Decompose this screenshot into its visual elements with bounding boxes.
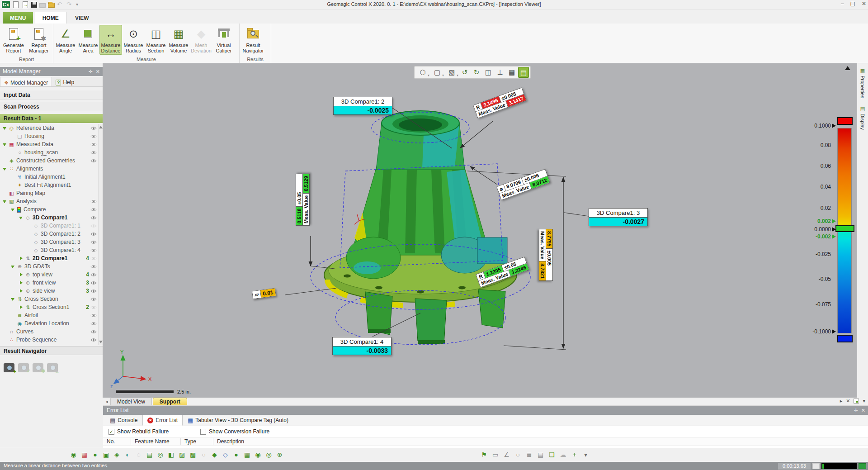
- tree-item[interactable]: ⊕ top view 4: [0, 271, 98, 279]
- tree-item[interactable]: ◇ 3D Compare1: 4: [0, 246, 98, 254]
- result-navigator-header[interactable]: Result Navigator: [0, 346, 103, 355]
- tree-expander-icon[interactable]: [3, 142, 7, 147]
- compare-tag-3[interactable]: 3D Compare1: 3 -0.0027: [589, 208, 648, 226]
- column-no[interactable]: No.: [103, 438, 131, 445]
- properties-tab[interactable]: ▦ Properties: [857, 68, 868, 100]
- scale-marker-icon[interactable]: [831, 227, 836, 232]
- tree-item[interactable]: ◎ Reference Data: [0, 124, 98, 132]
- vt-4[interactable]: ▣: [101, 450, 111, 460]
- height-tag-right[interactable]: 8.7795 ±0.005 Meas. Value 8.7821: [539, 229, 553, 281]
- column-type[interactable]: Type: [181, 438, 213, 445]
- tab-view[interactable]: VIEW: [68, 12, 96, 24]
- section-input-data[interactable]: Input Data: [0, 90, 103, 100]
- tree-item[interactable]: ∷ Alignments: [0, 165, 98, 173]
- vt-3[interactable]: ●: [90, 450, 100, 460]
- tree-expander-icon[interactable]: [11, 321, 15, 326]
- vt-14[interactable]: ◆: [210, 450, 219, 460]
- vt-10[interactable]: ◧: [166, 450, 176, 460]
- eye-icon[interactable]: [89, 304, 98, 311]
- vr-2[interactable]: ▭: [491, 450, 500, 460]
- maximize-button[interactable]: ▢: [850, 0, 855, 7]
- eye-icon[interactable]: [89, 230, 98, 237]
- tree-item[interactable]: ⊕ 3D GD&Ts: [0, 262, 98, 271]
- tree-expander-icon[interactable]: [11, 183, 15, 187]
- show-rebuild-failure-checkbox[interactable]: Show Rebuild Failure: [108, 428, 169, 435]
- tree-expander-icon[interactable]: [11, 207, 15, 212]
- tree-expander-icon[interactable]: [3, 337, 7, 342]
- tab-scroll-right-icon[interactable]: ▸: [840, 398, 843, 404]
- eye-icon[interactable]: [89, 295, 98, 303]
- minimize-button[interactable]: –: [841, 0, 844, 7]
- eye-icon[interactable]: [89, 222, 98, 229]
- tree-expander-icon[interactable]: [3, 158, 7, 163]
- vt-2[interactable]: ▦: [80, 450, 89, 460]
- align-view-icon[interactable]: [495, 67, 505, 78]
- tree-item[interactable]: ▦ Measured Data: [0, 140, 98, 148]
- vr-1[interactable]: ⚑: [479, 450, 489, 460]
- scroll-down-icon[interactable]: [99, 341, 103, 344]
- checkbox-icon[interactable]: [200, 429, 206, 435]
- tree-item[interactable]: ◇ 3D Compare1: [0, 214, 98, 222]
- vt-15[interactable]: ◇: [221, 450, 230, 460]
- vr-9[interactable]: +: [570, 450, 579, 460]
- rotate-ccw-icon[interactable]: [459, 67, 470, 78]
- report-manager-button[interactable]: ✱ Report Manager: [26, 25, 52, 55]
- tree-expander-icon[interactable]: [11, 264, 15, 269]
- generate-report-button[interactable]: + Generate Report: [1, 25, 26, 55]
- vt-11[interactable]: ▨: [177, 450, 187, 460]
- vr-4[interactable]: ○: [513, 450, 523, 460]
- vr-10[interactable]: ▾: [581, 450, 590, 460]
- tree-item[interactable]: ▤ Custom Views: [0, 344, 98, 345]
- tree-item[interactable]: ≋ Airfoil: [0, 311, 98, 319]
- tree-item[interactable]: ○ housing_scan: [0, 148, 98, 157]
- tree-item[interactable]: ◇ 3D Compare1: 3: [0, 238, 98, 246]
- vr-8[interactable]: ☁: [558, 450, 568, 460]
- tree-item[interactable]: ⊕ side view 3: [0, 287, 98, 295]
- eye-icon[interactable]: [89, 238, 98, 246]
- tree-scrollbar[interactable]: [98, 124, 103, 345]
- tab-help[interactable]: Help: [52, 77, 78, 86]
- eye-icon[interactable]: [89, 247, 98, 254]
- tab-scroll-left-icon[interactable]: ◂: [103, 398, 110, 405]
- tree-item[interactable]: ▢ Housing: [0, 132, 98, 140]
- tab-menu[interactable]: MENU: [3, 12, 33, 24]
- height-tag-left[interactable]: 0.5118 ±0.05 Meas. Value 0.5129: [296, 174, 310, 226]
- eye-icon[interactable]: [89, 149, 98, 156]
- tree-item[interactable]: ✦ Best Fit Alignment1: [0, 181, 98, 189]
- compare-tag-4[interactable]: 3D Compare1: 4 -0.0033: [332, 337, 392, 355]
- new-view-icon[interactable]: [854, 399, 859, 404]
- checkbox-icon[interactable]: [108, 429, 114, 435]
- vt-13[interactable]: ○: [199, 450, 208, 460]
- eye-icon[interactable]: [89, 255, 98, 262]
- display-tab[interactable]: ▤ Display: [857, 106, 868, 131]
- capture-add-icon[interactable]: +: [4, 363, 14, 372]
- eye-icon[interactable]: [89, 133, 98, 140]
- tree-expander-icon[interactable]: [11, 134, 15, 138]
- tree-expander-icon[interactable]: [3, 191, 7, 195]
- vr-7[interactable]: ❏: [547, 450, 557, 460]
- tree-item[interactable]: ⊕ front view 3: [0, 279, 98, 287]
- tree-expander-icon[interactable]: [19, 280, 24, 285]
- collapse-panel-icon[interactable]: [845, 66, 850, 70]
- pin-icon[interactable]: ✛: [854, 406, 858, 415]
- view-list-icon[interactable]: ▾: [863, 398, 865, 404]
- vt-18[interactable]: ◉: [253, 450, 263, 460]
- tree-expander-icon[interactable]: [27, 240, 32, 244]
- eye-icon[interactable]: [89, 287, 98, 294]
- tree-item[interactable]: ◇ 3D Compare1: 1: [0, 222, 98, 230]
- scale-marker-icon[interactable]: [831, 218, 836, 224]
- tree-item[interactable]: ◈ Constructed Geometries: [0, 157, 98, 165]
- tree-item[interactable]: ↯ Initial Alignment1: [0, 173, 98, 181]
- tree-expander-icon[interactable]: [27, 223, 32, 228]
- vr-5[interactable]: ≣: [524, 450, 534, 460]
- rotate-cw-icon[interactable]: [471, 67, 482, 78]
- vt-17[interactable]: ▦: [242, 450, 252, 460]
- eye-icon[interactable]: [89, 271, 98, 278]
- eye-icon[interactable]: [89, 157, 98, 164]
- vt-12[interactable]: ▩: [188, 450, 198, 460]
- status-button[interactable]: [812, 463, 820, 469]
- tree-expander-icon[interactable]: [11, 175, 15, 179]
- eye-icon[interactable]: [89, 141, 98, 148]
- vt-1[interactable]: ◉: [69, 450, 78, 460]
- close-panel-icon[interactable]: ✕: [96, 67, 100, 76]
